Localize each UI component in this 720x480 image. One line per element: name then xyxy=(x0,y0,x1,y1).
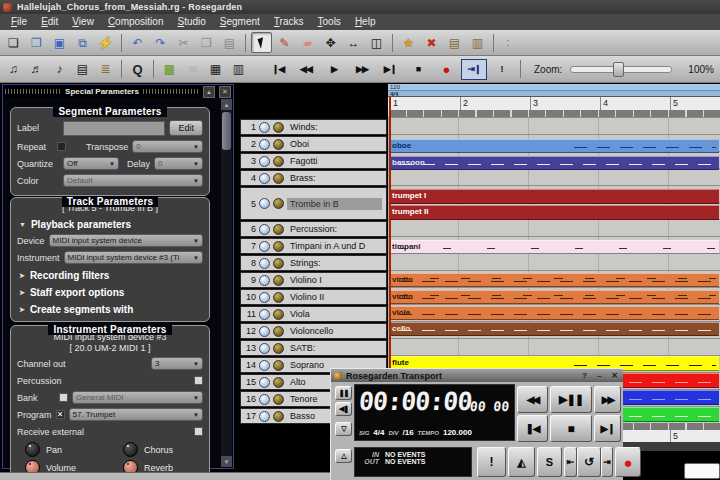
track-row[interactable]: 12 Violoncello xyxy=(240,323,387,339)
segment-violin-1[interactable]: violin xyxy=(389,273,719,287)
mute-led-icon[interactable] xyxy=(259,156,270,167)
stop-button[interactable]: ■ xyxy=(550,415,592,442)
segment-oboe[interactable]: oboe xyxy=(389,139,719,153)
transport-title-bar[interactable]: Rosegarden Transport ? – ✕ xyxy=(331,369,623,382)
notation-editor-alt-icon[interactable]: ♬ xyxy=(26,59,47,80)
move-tool-icon[interactable]: ✥ xyxy=(320,32,341,53)
mute-led-icon[interactable] xyxy=(259,139,270,150)
div-value[interactable]: /16 xyxy=(402,428,413,437)
percussion-checkbox[interactable] xyxy=(194,376,203,385)
menu-studio[interactable]: Studio xyxy=(170,14,212,30)
loop-end-button[interactable]: ⇥ xyxy=(601,447,613,477)
sig-value[interactable]: 4/4 xyxy=(373,428,384,437)
menu-view[interactable]: View xyxy=(65,14,101,30)
mute-led-icon[interactable] xyxy=(259,173,270,184)
new-file-icon[interactable]: ❏ xyxy=(3,32,24,53)
solo-button[interactable]: ! xyxy=(489,59,515,80)
track-label[interactable]: Brass: xyxy=(287,172,384,184)
stop-button[interactable]: ■ xyxy=(405,59,431,80)
record-led-icon[interactable] xyxy=(273,326,284,337)
unmute-all-icon[interactable]: ▥ xyxy=(467,32,488,53)
segment-label-input[interactable] xyxy=(63,121,165,136)
mute-led-icon[interactable] xyxy=(259,394,270,405)
record-led-icon[interactable] xyxy=(273,156,284,167)
track-row[interactable]: 7 Timpani in A und D xyxy=(240,238,387,254)
panel-close-button[interactable]: ✕ xyxy=(219,86,231,98)
mute-led-icon[interactable] xyxy=(259,343,270,354)
track-row[interactable]: 1 Winds: xyxy=(240,119,387,135)
rewind-to-marker-button[interactable]: ◀❚ xyxy=(335,402,352,416)
menu-tracks[interactable]: Tracks xyxy=(267,14,311,30)
staff-export-options-toggle[interactable]: ➤ Staff export options xyxy=(19,287,203,298)
panel-shade-button[interactable]: ▴ xyxy=(203,86,215,98)
record-led-icon[interactable] xyxy=(273,275,284,286)
add-track-icon[interactable]: ★ xyxy=(398,32,419,53)
bank-checkbox[interactable] xyxy=(59,393,68,402)
record-led-icon[interactable] xyxy=(273,377,284,388)
record-led-icon[interactable] xyxy=(273,241,284,252)
mute-led-icon[interactable] xyxy=(259,122,270,133)
track-label[interactable]: Trombe in B xyxy=(287,198,382,210)
scroll-button[interactable]: S xyxy=(537,447,562,477)
title-bar[interactable]: Hallelujah_Chorus_from_Messiah.rg - Rose… xyxy=(0,0,720,14)
show-less-button[interactable]: ▽ xyxy=(335,422,352,436)
menu-help[interactable]: Help xyxy=(348,14,383,30)
scrollbar-thumb[interactable] xyxy=(222,112,231,150)
close-button[interactable]: ✕ xyxy=(609,371,620,381)
track-row[interactable]: 6 Percussion: xyxy=(240,221,387,237)
loop-start-button[interactable]: ⇤ xyxy=(564,447,577,477)
record-led-icon[interactable] xyxy=(273,292,284,303)
mute-led-icon[interactable] xyxy=(259,292,270,303)
zoom-slider-handle[interactable] xyxy=(613,62,624,77)
open-file-icon[interactable]: ❐ xyxy=(26,32,47,53)
panel-scrollbar[interactable]: ▲ ▼ xyxy=(221,99,232,467)
bank-dropdown[interactable]: General MIDI▼ xyxy=(72,391,203,404)
recording-filters-toggle[interactable]: ➤ Recording filters xyxy=(19,270,203,281)
scroll-down-icon[interactable]: ▼ xyxy=(221,456,232,467)
skip-to-end-button[interactable]: ▶❙ xyxy=(377,59,403,80)
minimize-button[interactable]: – xyxy=(594,371,605,381)
track-label[interactable]: Strings: xyxy=(287,257,384,269)
mute-led-icon[interactable] xyxy=(259,275,270,286)
mute-led-icon[interactable] xyxy=(259,377,270,388)
record-led-icon[interactable] xyxy=(273,122,284,133)
create-segments-with-toggle[interactable]: ➤ Create segments with xyxy=(19,304,203,315)
fast-forward-button[interactable]: ▶▶ xyxy=(349,59,375,80)
pan-knob[interactable] xyxy=(25,442,40,457)
track-row[interactable]: 10 Violino II xyxy=(240,289,387,305)
track-label[interactable]: Percussion: xyxy=(287,223,384,235)
record-led-icon[interactable] xyxy=(273,258,284,269)
mute-led-icon[interactable] xyxy=(259,198,270,209)
undo-icon[interactable]: ↶ xyxy=(127,32,148,53)
menu-segment[interactable]: Segment xyxy=(213,14,267,30)
receive-external-checkbox[interactable] xyxy=(194,427,203,436)
edit-button[interactable]: Edit xyxy=(169,120,203,136)
tempo-ruler[interactable]: 120 xyxy=(388,84,720,91)
segment-timpani[interactable]: timpani xyxy=(389,240,719,254)
bar-ruler-top[interactable]: 12345 xyxy=(388,97,720,111)
loop-button[interactable]: ↺ xyxy=(577,447,601,477)
solo-button[interactable]: ! xyxy=(477,447,506,477)
mute-led-icon[interactable] xyxy=(259,326,270,337)
segment-violin-2[interactable]: violin xyxy=(389,290,719,304)
record-led-icon[interactable] xyxy=(273,343,284,354)
menu-edit[interactable]: Edit xyxy=(34,14,65,30)
device-dropdown[interactable]: MIDI input system device▼ xyxy=(49,234,203,247)
record-led-icon[interactable] xyxy=(273,411,284,422)
delay-dropdown[interactable]: 0▼ xyxy=(154,157,203,170)
transpose-dropdown[interactable]: 0▼ xyxy=(132,140,203,153)
menu-composition[interactable]: Composition xyxy=(101,14,171,30)
draw-tool-icon[interactable]: ✎ xyxy=(274,32,295,53)
record-led-icon[interactable] xyxy=(273,309,284,320)
resize-tool-icon[interactable]: ↔ xyxy=(343,32,364,53)
matrix-editor-icon[interactable]: ♪ xyxy=(49,59,70,80)
rewind-button[interactable]: ◀◀ xyxy=(517,386,548,413)
record-button[interactable]: ● xyxy=(615,447,641,477)
mute-led-icon[interactable] xyxy=(259,241,270,252)
skip-to-start-button[interactable]: ❙◀ xyxy=(265,59,291,80)
record-button[interactable]: ● xyxy=(433,59,459,80)
redo-icon[interactable]: ↷ xyxy=(150,32,171,53)
track-label[interactable]: Viola xyxy=(287,308,384,320)
track-row[interactable]: 5 Trombe in B xyxy=(240,187,387,220)
mute-led-icon[interactable] xyxy=(259,360,270,371)
